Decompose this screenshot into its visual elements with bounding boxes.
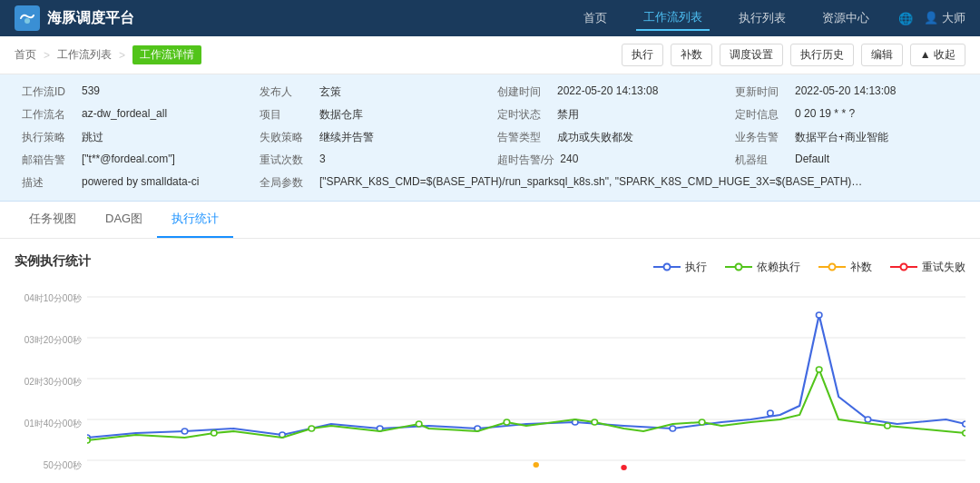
info-alert-type-value: 成功或失败都发 (557, 130, 633, 145)
info-create-time-label: 创建时间 (497, 84, 552, 100)
svg-point-34 (963, 430, 965, 436)
breadcrumb-bar: 首页 > 工作流列表 > 工作流详情 执行 补数 调度设置 执行历史 编辑 ▲ … (0, 36, 980, 74)
info-update-time: 更新时间 2022-05-20 14:13:08 (728, 82, 965, 103)
info-workflow-id-value: 539 (82, 84, 100, 100)
schedule-settings-button[interactable]: 调度设置 (720, 44, 783, 66)
info-fail-strategy: 失败策略 继续并告警 (252, 127, 490, 148)
logo-icon (15, 5, 40, 31)
breadcrumb-sep-1: > (44, 49, 50, 62)
logo-text: 海豚调度平台 (47, 9, 134, 28)
info-exec-strategy-value: 跳过 (82, 130, 103, 145)
svg-point-24 (963, 421, 965, 427)
svg-point-0 (24, 18, 30, 24)
info-publisher-value: 玄策 (319, 84, 341, 100)
nav-resource-center[interactable]: 资源中心 (815, 6, 877, 30)
legend-backfill-label: 补数 (850, 260, 872, 275)
nav-home[interactable]: 首页 (576, 6, 614, 30)
info-workflow-id: 工作流ID 539 (15, 82, 252, 103)
nav-execution-list[interactable]: 执行列表 (731, 6, 793, 30)
breadcrumb-home[interactable]: 首页 (15, 47, 36, 63)
info-global-params-value: ["SPARK_K8S_CMD=$(BASE_PATH)/run_sparksq… (319, 175, 864, 191)
info-email-alert: 邮箱告警 ["t**@fordeal.com"] (15, 150, 252, 171)
y-label-3: 02时30分00秒 (15, 376, 87, 389)
info-global-params: 全局参数 ["SPARK_K8S_CMD=$(BASE_PATH)/run_sp… (252, 172, 965, 193)
logo: 海豚调度平台 (15, 5, 134, 31)
y-label-2: 03时20分00秒 (15, 334, 87, 347)
info-alert-type-label: 告警类型 (497, 130, 552, 145)
info-description-label: 描述 (22, 175, 76, 191)
breadcrumb-workflow-detail[interactable]: 工作流详情 (132, 45, 201, 64)
info-schedule-status-label: 定时状态 (497, 107, 552, 123)
info-publisher-label: 发布人 (260, 84, 314, 100)
tab-task-view[interactable]: 任务视图 (15, 202, 91, 238)
info-retry-count: 重试次数 3 (252, 150, 490, 171)
collapse-button[interactable]: ▲ 收起 (910, 44, 965, 66)
info-project-label: 项目 (260, 107, 314, 123)
chart-section: 实例执行统计 执行 依赖执行 补数 重试失败 04时10分00秒 03时2 (0, 239, 980, 483)
info-update-time-label: 更新时间 (735, 84, 789, 100)
legend-retry-fail: 重试失败 (890, 260, 965, 275)
info-biz-alert: 业务告警 数据平台+商业智能 (728, 127, 965, 148)
info-publisher: 发布人 玄策 (252, 82, 490, 103)
svg-point-33 (885, 423, 890, 429)
svg-point-4 (736, 264, 742, 271)
info-machine-group-label: 机器组 (735, 153, 789, 168)
info-alert-type: 告警类型 成功或失败都发 (490, 127, 728, 148)
nav-workflow-list[interactable]: 工作流列表 (636, 5, 710, 31)
info-fail-strategy-value: 继续并告警 (319, 130, 374, 145)
chart-title: 实例执行统计 (15, 253, 91, 270)
tab-exec-stats[interactable]: 执行统计 (157, 202, 233, 238)
breadcrumb-workflow-list[interactable]: 工作流列表 (57, 47, 112, 63)
legend-execute-label: 执行 (685, 260, 707, 275)
svg-point-30 (592, 419, 597, 425)
tab-dag[interactable]: DAG图 (91, 202, 157, 238)
info-schedule-info-label: 定时信息 (735, 107, 789, 123)
backfill-button[interactable]: 补数 (671, 44, 712, 66)
edit-button[interactable]: 编辑 (861, 44, 903, 66)
svg-point-32 (816, 367, 821, 372)
svg-point-2 (664, 264, 671, 271)
info-panel: 工作流ID 539 发布人 玄策 创建时间 2022-05-20 14:13:0… (0, 74, 980, 202)
y-label-5: 50分00秒 (15, 459, 87, 472)
svg-point-25 (87, 438, 90, 443)
info-schedule-status: 定时状态 禁用 (490, 104, 728, 125)
chart-legend: 执行 依赖执行 补数 重试失败 (653, 260, 965, 275)
info-timeout-alert: 超时告警/分 240 (490, 150, 728, 171)
info-workflow-name: 工作流名 az-dw_fordeal_all (15, 104, 252, 125)
svg-point-8 (901, 264, 907, 271)
execute-button[interactable]: 执行 (622, 44, 663, 66)
info-email-alert-value: ["t**@fordeal.com"] (82, 153, 175, 168)
header-right: 🌐 👤 大师 (898, 10, 965, 26)
breadcrumb-sep-2: > (119, 49, 125, 62)
breadcrumb-actions: 执行 补数 调度设置 执行历史 编辑 ▲ 收起 (622, 44, 965, 66)
info-machine-group-value: Default (795, 153, 829, 168)
info-global-params-label: 全局参数 (260, 175, 314, 191)
info-project: 项目 数据仓库 (252, 104, 490, 125)
svg-point-27 (309, 426, 314, 431)
info-retry-count-value: 3 (319, 153, 326, 168)
main-nav: 首页 工作流列表 执行列表 资源中心 (576, 5, 877, 31)
info-schedule-info-value: 0 20 19 * * ? (795, 107, 855, 123)
info-biz-alert-label: 业务告警 (735, 130, 789, 145)
legend-dep-execute-label: 依赖执行 (757, 260, 800, 275)
svg-point-15 (181, 429, 187, 434)
lang-switcher[interactable]: 🌐 (898, 12, 913, 25)
svg-point-20 (670, 426, 675, 431)
legend-backfill: 补数 (818, 260, 872, 275)
y-label-1: 04时10分00秒 (15, 292, 87, 305)
info-description-value: powered by smalldata-ci (82, 175, 199, 191)
info-timeout-alert-label: 超时告警/分 (497, 153, 554, 168)
user-avatar[interactable]: 👤 大师 (924, 10, 965, 26)
info-create-time: 创建时间 2022-05-20 14:13:08 (490, 82, 728, 103)
header: 海豚调度平台 首页 工作流列表 执行列表 资源中心 🌐 👤 大师 (0, 0, 980, 36)
svg-point-31 (699, 419, 704, 425)
info-exec-strategy-label: 执行策略 (22, 130, 76, 145)
info-project-value: 数据仓库 (319, 107, 363, 123)
svg-point-29 (504, 419, 509, 425)
info-create-time-value: 2022-05-20 14:13:08 (557, 84, 658, 100)
info-biz-alert-value: 数据平台+商业智能 (795, 130, 888, 145)
info-description: 描述 powered by smalldata-ci (15, 172, 252, 193)
execution-history-button[interactable]: 执行历史 (790, 44, 854, 66)
tabs-bar: 任务视图 DAG图 执行统计 (0, 202, 980, 239)
svg-point-23 (865, 417, 870, 422)
